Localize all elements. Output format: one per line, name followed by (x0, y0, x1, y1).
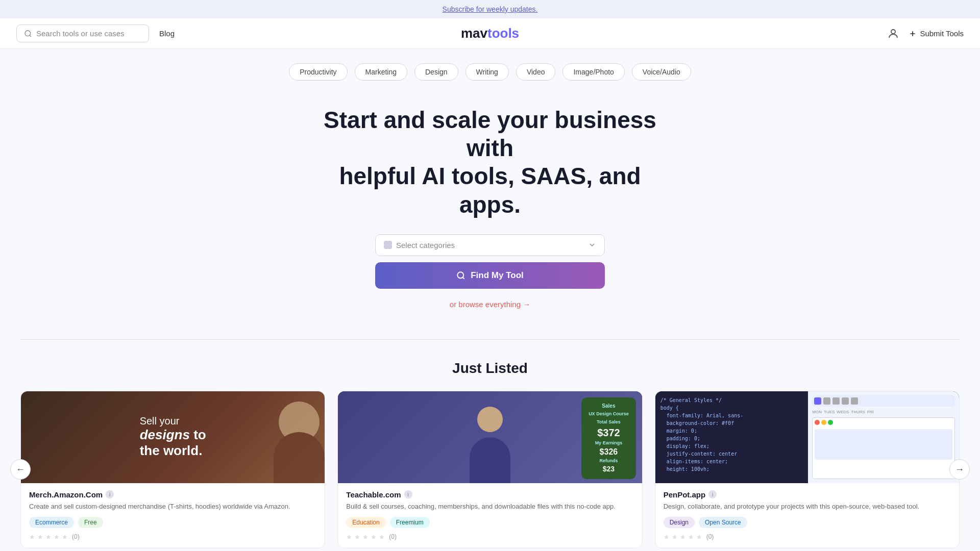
category-icon (384, 241, 392, 249)
card-penpot: /* General Styles */ body { font-family:… (655, 391, 960, 548)
badge-refunds: $23 (589, 464, 629, 474)
category-image-photo[interactable]: Image/Photo (562, 63, 624, 81)
sales-badge: Sales UX Design Course Total Sales $372 … (581, 397, 636, 479)
card-stars: ★ ★ ★ ★ ★ (0) (664, 533, 951, 541)
tag-free[interactable]: Free (78, 517, 103, 528)
blog-link[interactable]: Blog (159, 29, 175, 38)
select-categories[interactable]: Select categories (375, 234, 605, 256)
star-2: ★ (672, 533, 678, 541)
submit-label: Submit Tools (920, 29, 964, 38)
tag-education[interactable]: Education (346, 517, 385, 528)
penpot-icon-2 (823, 397, 830, 405)
person-head (477, 407, 503, 432)
star-2: ★ (37, 533, 43, 541)
star-1: ★ (664, 533, 670, 541)
svg-point-2 (457, 272, 463, 278)
star-3: ★ (45, 533, 52, 541)
top-banner: Subscribe for weekly updates. (0, 0, 980, 18)
category-video[interactable]: Video (516, 63, 556, 81)
star-3: ★ (362, 533, 369, 541)
category-marketing[interactable]: Marketing (355, 63, 407, 81)
browse-everything-link[interactable]: or browse everything → (10, 300, 970, 309)
star-1: ★ (346, 533, 352, 541)
info-icon[interactable]: i (404, 490, 412, 498)
tag-ecommerce[interactable]: Ecommerce (29, 517, 74, 528)
find-btn-label: Find My Tool (471, 270, 524, 281)
just-listed-title: Just Listed (20, 360, 960, 377)
category-voice-audio[interactable]: Voice/Audio (632, 63, 691, 81)
card-desc: Design, collaborate, and prototype your … (664, 502, 951, 512)
category-productivity[interactable]: Productivity (289, 63, 347, 81)
penpot-day-row: MONTUESWEDSTHURSFRI (812, 410, 955, 414)
find-my-tool-button[interactable]: Find My Tool (375, 262, 605, 289)
rating-count: (0) (389, 533, 397, 540)
cards-wrapper: Sell your designs to the world. Merch.Am… (20, 391, 960, 548)
search-placeholder: Search tools or use cases (36, 29, 125, 38)
submit-tools-button[interactable]: Submit Tools (909, 29, 964, 38)
card-body: Merch.Amazon.Com i Create and sell custo… (21, 483, 325, 548)
header-right: Submit Tools (887, 28, 964, 40)
dot-yellow (821, 420, 826, 425)
star-4: ★ (688, 533, 694, 541)
penpot-frame (812, 417, 955, 479)
info-icon[interactable]: i (708, 490, 717, 498)
penpot-canvas (815, 429, 952, 460)
select-placeholder: Select categories (396, 241, 455, 249)
card-desc: Build & sell courses, coaching, membersh… (346, 502, 633, 512)
logo-tools: tools (487, 26, 519, 41)
penpot-code: /* General Styles */ body { font-family:… (655, 391, 808, 483)
rating-count: (0) (72, 533, 80, 540)
penpot-toolbar (812, 395, 955, 407)
card-tags: Design Open Source (664, 517, 951, 528)
card-thumb-teachable: Sales UX Design Course Total Sales $372 … (338, 391, 642, 483)
hero-section: Start and scale your business with helpf… (0, 86, 980, 319)
tag-design[interactable]: Design (664, 517, 695, 528)
header: Search tools or use cases Blog mavtools … (0, 18, 980, 49)
card-desc: Create and sell custom-designed merchand… (29, 502, 316, 512)
svg-point-1 (891, 30, 895, 34)
subscribe-link[interactable]: Subscribe for weekly updates. (443, 5, 538, 13)
user-icon[interactable] (887, 28, 899, 40)
penpot-icon-1 (814, 397, 821, 405)
penpot-icon-3 (832, 397, 840, 405)
logo[interactable]: mavtools (461, 26, 519, 41)
card-title: Merch.Amazon.Com (29, 490, 103, 499)
star-3: ★ (680, 533, 686, 541)
star-1: ★ (29, 533, 35, 541)
badge-title: Sales (589, 403, 629, 410)
search-icon (456, 271, 465, 280)
carousel-prev-button[interactable]: ← (10, 459, 31, 480)
category-design[interactable]: Design (414, 63, 458, 81)
category-writing[interactable]: Writing (465, 63, 509, 81)
dot-red (815, 420, 820, 425)
tag-freemium[interactable]: Freemium (390, 517, 430, 528)
chevron-down-icon (588, 241, 596, 249)
header-left: Search tools or use cases Blog (16, 24, 175, 42)
star-5: ★ (62, 533, 68, 541)
tag-open-source[interactable]: Open Source (699, 517, 747, 528)
card-tags: Education Freemium (346, 517, 633, 528)
card-title: Teachable.com (346, 490, 401, 499)
card-body: Teachable.com i Build & sell courses, co… (338, 483, 642, 548)
categories-bar: Productivity Marketing Design Writing Vi… (0, 49, 980, 86)
logo-mav: mav (461, 26, 487, 41)
card-stars: ★ ★ ★ ★ ★ (0) (29, 533, 316, 541)
hero-headline: Start and scale your business with helpf… (311, 106, 669, 219)
star-5: ★ (379, 533, 385, 541)
card-merch-amazon: Sell your designs to the world. Merch.Am… (20, 391, 325, 548)
badge-total: $372 (589, 425, 629, 440)
card-stars: ★ ★ ★ ★ ★ (0) (346, 533, 633, 541)
plus-icon (909, 30, 917, 38)
card-thumb-penpot: /* General Styles */ body { font-family:… (655, 391, 959, 483)
svg-point-0 (25, 31, 31, 36)
star-5: ★ (696, 533, 702, 541)
person-body (470, 437, 510, 483)
search-icon (24, 30, 32, 38)
carousel-next-button[interactable]: → (949, 459, 970, 480)
cards-row: ← Sell your designs to the world. (20, 391, 960, 548)
star-4: ★ (54, 533, 60, 541)
card-body: PenPot.app i Design, collaborate, and pr… (655, 483, 959, 548)
search-bar[interactable]: Search tools or use cases (16, 24, 149, 42)
info-icon[interactable]: i (106, 490, 114, 498)
rating-count: (0) (706, 533, 714, 540)
